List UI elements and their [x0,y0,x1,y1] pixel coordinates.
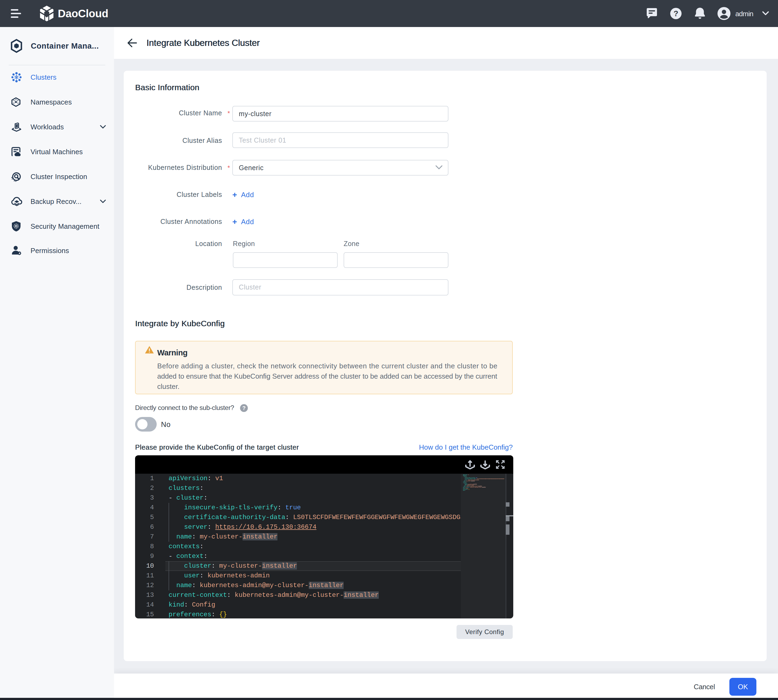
svg-text:?: ? [673,9,678,18]
svg-text:?: ? [242,405,245,411]
